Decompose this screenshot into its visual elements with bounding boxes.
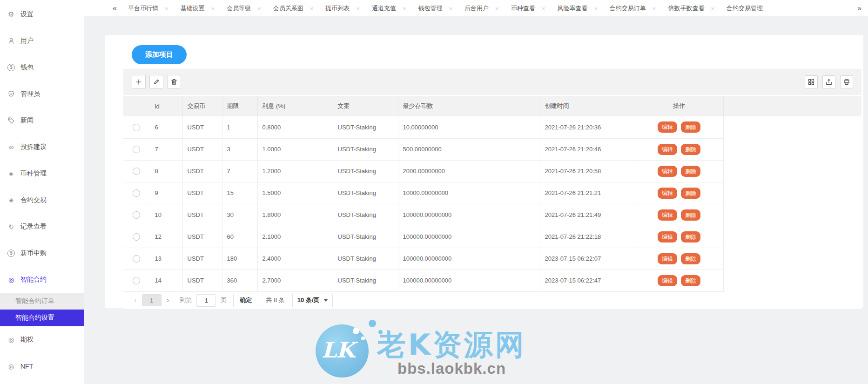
current-page-badge[interactable]: 1 (142, 294, 161, 306)
tab-close-icon[interactable]: × (542, 5, 545, 12)
tab-close-icon[interactable]: × (165, 5, 168, 12)
sidebar-subitem[interactable]: 智能合约设置 (0, 310, 84, 326)
coin-icon: $ (7, 249, 16, 257)
delete-button[interactable]: 删除 (681, 275, 700, 286)
plus-button[interactable] (132, 75, 146, 89)
sidebar-subitem[interactable]: 智能合约订单 (0, 293, 84, 310)
tab-close-icon[interactable]: × (257, 5, 261, 12)
tab-item[interactable]: 币种查看× (511, 4, 545, 13)
sidebar-item[interactable]: ◎期权 (0, 326, 84, 353)
tab-item[interactable]: 后台用户× (464, 4, 499, 13)
delete-button[interactable]: 删除 (681, 231, 700, 243)
cell-interest: 1.2000 (257, 160, 333, 182)
delete-button[interactable]: 删除 (681, 188, 700, 199)
edit-button[interactable]: 编辑 (658, 166, 677, 177)
edit-button[interactable]: 编辑 (658, 209, 677, 221)
row-radio[interactable] (133, 189, 140, 197)
tab-item[interactable]: 会员关系图× (273, 4, 314, 13)
pagination-bar: ‹ 1 › 到第 页 确定 共 8 条 10 条/页 (123, 292, 861, 309)
tab-item[interactable]: 倍数手数查看× (668, 4, 714, 13)
delete-button[interactable]: 删除 (681, 144, 700, 155)
target-icon: ◎ (7, 363, 16, 370)
row-actions-cell: 编辑删除 (635, 204, 723, 226)
expand-tabs-icon[interactable]: » (857, 4, 861, 13)
row-radio-cell (123, 226, 150, 248)
sidebar-item[interactable]: ◈币种管理 (0, 160, 84, 187)
next-page-icon[interactable]: › (167, 296, 169, 305)
sidebar-item[interactable]: ∞投拆建议 (0, 134, 84, 160)
row-radio[interactable] (133, 124, 140, 131)
sidebar-item[interactable]: ◎NFT (0, 353, 84, 379)
tab-close-icon[interactable]: × (403, 5, 406, 12)
row-radio[interactable] (133, 233, 140, 241)
tab-close-icon[interactable]: × (356, 5, 360, 12)
tab-item[interactable]: 钱包管理× (418, 4, 452, 13)
columns-button[interactable] (805, 75, 818, 88)
sidebar-item-label: NFT (20, 363, 33, 370)
row-radio[interactable] (133, 146, 140, 153)
sidebar-item[interactable]: $钱包 (0, 54, 84, 81)
edit-button[interactable]: 编辑 (658, 231, 677, 243)
tab-item[interactable]: 基础设置× (181, 4, 215, 13)
sidebar-item[interactable]: 用户 (0, 27, 84, 54)
row-radio-cell (123, 116, 150, 138)
row-radio-cell (123, 248, 150, 269)
sidebar-item-label: 用户 (20, 37, 34, 45)
sidebar-item[interactable]: 管理员 (0, 81, 84, 107)
delete-button[interactable]: 删除 (681, 166, 700, 177)
delete-button[interactable]: 删除 (681, 209, 700, 221)
tab-item[interactable]: 会员等级× (227, 4, 261, 13)
sidebar-item-label: 设置 (20, 10, 34, 19)
tab-close-icon[interactable]: × (211, 5, 215, 12)
cell-coin: USDT (182, 160, 222, 182)
row-actions-cell: 编辑删除 (635, 160, 723, 182)
edit-button[interactable]: 编辑 (658, 253, 677, 264)
row-radio-cell (123, 160, 150, 182)
bubble-decoration (353, 328, 359, 334)
tab-close-icon[interactable]: × (653, 5, 656, 12)
row-radio[interactable] (133, 255, 140, 263)
tab-label: 倍数手数查看 (668, 4, 704, 13)
sidebar-item[interactable]: ⚙设置 (0, 1, 84, 27)
cell-text: USDT-Staking (333, 226, 398, 248)
tab-close-icon[interactable]: × (449, 5, 452, 12)
tab-item[interactable]: 合约交易管理 (727, 4, 763, 13)
tab-item[interactable]: 风险率查看× (557, 4, 598, 13)
sidebar-item[interactable]: ◎智能合约 (0, 266, 84, 293)
trash-button[interactable] (167, 75, 181, 89)
tab-close-icon[interactable]: × (594, 5, 598, 12)
prev-page-icon[interactable]: ‹ (134, 296, 137, 305)
tab-item[interactable]: 合约交易订单× (610, 4, 656, 13)
tab-close-icon[interactable]: × (711, 5, 714, 12)
edit-button[interactable]: 编辑 (658, 121, 677, 133)
tab-close-icon[interactable]: × (310, 5, 314, 12)
chevron-down-icon (324, 299, 328, 303)
cell-text: USDT-Staking (333, 269, 398, 291)
edit-button[interactable]: 编辑 (658, 144, 677, 155)
sidebar-item[interactable]: 新闻 (0, 107, 84, 134)
tab-item[interactable]: 提币列表× (325, 4, 360, 13)
edit-button[interactable] (149, 75, 163, 89)
tab-close-icon[interactable]: × (495, 5, 499, 12)
edit-button[interactable]: 编辑 (658, 188, 677, 199)
add-project-button[interactable]: 添加项目 (132, 45, 187, 64)
export-button[interactable] (822, 75, 835, 88)
sidebar-item[interactable]: ◈合约交易 (0, 187, 84, 213)
delete-button[interactable]: 删除 (681, 121, 700, 133)
row-radio[interactable] (133, 211, 140, 219)
collapse-tabs-icon[interactable]: « (113, 4, 117, 13)
cell-created: 2021-07-26 21:20:46 (540, 138, 635, 160)
row-radio[interactable] (133, 277, 140, 284)
cell-term: 30 (222, 204, 257, 226)
tab-item[interactable]: 平台币行情× (128, 4, 168, 13)
sidebar-item[interactable]: ↻记录查看 (0, 213, 84, 240)
edit-button[interactable]: 编辑 (658, 275, 677, 286)
page-size-select[interactable]: 10 条/页 (292, 294, 333, 307)
sidebar-item[interactable]: $新币申购 (0, 240, 84, 266)
confirm-page-button[interactable]: 确定 (233, 294, 258, 307)
goto-page-input[interactable] (196, 294, 216, 307)
delete-button[interactable]: 删除 (681, 253, 700, 264)
print-button[interactable] (840, 75, 853, 88)
row-radio[interactable] (133, 168, 140, 175)
tab-item[interactable]: 通道充值× (372, 4, 406, 13)
